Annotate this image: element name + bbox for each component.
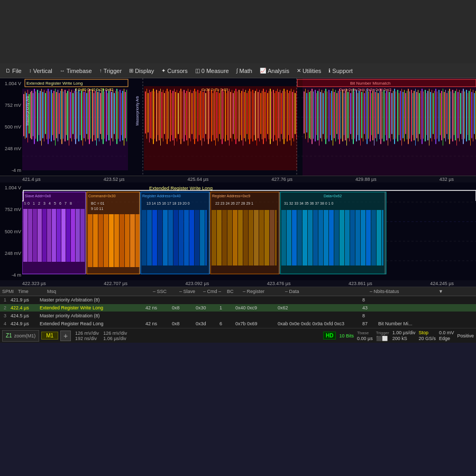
- svg-rect-398: [217, 210, 222, 266]
- svg-rect-38: [67, 91, 68, 140]
- th-bc: BC: [225, 288, 241, 295]
- svg-rect-270: [405, 93, 406, 134]
- row3-data: [276, 313, 360, 319]
- add-channel-button[interactable]: +: [60, 331, 71, 341]
- svg-rect-135: [215, 89, 216, 145]
- svg-rect-60: [97, 92, 98, 139]
- svg-rect-160: [249, 89, 250, 144]
- svg-rect-175: [270, 89, 271, 144]
- svg-rect-267: [401, 89, 402, 145]
- svg-rect-131: [209, 91, 210, 139]
- svg-rect-239: [363, 90, 363, 141]
- svg-rect-381: [142, 210, 147, 266]
- row2-data: 0x62: [276, 305, 360, 311]
- svg-rect-251: [379, 91, 380, 140]
- svg-rect-218: [334, 92, 335, 139]
- edge-group: 0.0 mV Edge: [439, 330, 454, 341]
- trigger-icons: ⬛⬜: [376, 336, 389, 341]
- svg-text:Data=0x62: Data=0x62: [324, 194, 342, 198]
- y-label-b2: 752 mV: [1, 207, 21, 212]
- svg-rect-406: [259, 210, 264, 266]
- svg-rect-413: [281, 210, 286, 266]
- svg-rect-162: [252, 90, 253, 141]
- svg-text:Masserpriority Arb: Masserpriority Arb: [135, 96, 140, 125]
- menu-utilities[interactable]: ✕ Utilities: [294, 67, 324, 75]
- svg-rect-58: [95, 91, 96, 140]
- svg-rect-152: [239, 90, 240, 141]
- menu-display[interactable]: ⊞ Display: [126, 67, 157, 75]
- svg-rect-61: [99, 90, 99, 141]
- svg-rect-92: [156, 90, 157, 141]
- menu-file[interactable]: 🗋 File: [2, 67, 25, 75]
- svg-rect-106: [175, 92, 176, 139]
- waveform-top: 1.004 V 752 mV 500 mV 248 mV -4 m: [0, 78, 476, 176]
- svg-rect-392: [200, 210, 205, 266]
- svg-rect-95: [160, 89, 161, 145]
- svg-rect-168: [260, 93, 261, 134]
- svg-rect-90: [153, 89, 154, 144]
- svg-rect-174: [269, 91, 269, 140]
- row1-time: 421.9 µs: [8, 297, 38, 303]
- svg-rect-424: [340, 210, 344, 266]
- svg-rect-387: [173, 210, 178, 266]
- gs-label: 20 GS/s: [418, 336, 436, 341]
- svg-rect-64: [103, 89, 104, 144]
- svg-rect-408: [270, 210, 274, 266]
- row3-status: [376, 313, 429, 319]
- svg-rect-77: [121, 93, 122, 135]
- menu-vertical[interactable]: ↕ Vertical: [26, 67, 56, 75]
- svg-rect-375: [125, 214, 130, 267]
- svg-rect-268: [402, 92, 404, 139]
- svg-rect-250: [378, 93, 379, 134]
- svg-rect-179: [276, 91, 277, 140]
- menu-analysis[interactable]: 📈 Analysis: [257, 67, 292, 75]
- svg-rect-304: [452, 90, 453, 141]
- row2-msg: Extended Register Write Long: [38, 305, 143, 311]
- menu-trigger[interactable]: ↑ Trigger: [96, 67, 125, 75]
- svg-rect-125: [202, 89, 202, 145]
- menu-cursors[interactable]: ✦ Cursors: [158, 67, 191, 75]
- svg-rect-91: [154, 91, 155, 139]
- th-ssc: – SSC: [151, 288, 177, 295]
- svg-text:2: 2: [38, 202, 40, 205]
- svg-rect-370: [98, 214, 103, 267]
- menu-measure[interactable]: ◫ 0 Measure: [192, 67, 232, 75]
- svg-rect-180: [277, 89, 278, 145]
- svg-rect-221: [338, 91, 338, 140]
- svg-rect-144: [227, 91, 228, 140]
- svg-rect-141: [223, 91, 224, 139]
- svg-rect-253: [382, 91, 382, 139]
- svg-rect-292: [435, 89, 436, 144]
- svg-rect-368: [88, 214, 93, 267]
- svg-rect-45: [77, 91, 77, 139]
- x-label-b4: 423.476 µs: [267, 281, 291, 286]
- svg-rect-228: [347, 92, 349, 139]
- svg-rect-132: [211, 90, 212, 141]
- row3-ssc: [143, 313, 170, 319]
- svg-rect-311: [462, 91, 462, 140]
- menu-timebase[interactable]: ↔ Timebase: [57, 67, 95, 75]
- stop-label: Stop: [418, 330, 436, 335]
- svg-rect-104: [172, 91, 173, 140]
- svg-rect-143: [226, 93, 227, 135]
- svg-rect-186: [285, 91, 286, 139]
- channel-m1[interactable]: M1: [41, 332, 58, 340]
- svg-rect-14: [34, 89, 35, 144]
- svg-rect-184: [282, 91, 283, 140]
- svg-rect-257: [388, 89, 388, 145]
- svg-rect-56: [92, 90, 93, 141]
- svg-rect-159: [248, 91, 249, 140]
- svg-rect-13: [33, 93, 33, 136]
- menu-support[interactable]: ℹ Support: [325, 67, 356, 75]
- svg-rect-240: [364, 93, 365, 134]
- svg-rect-279: [418, 90, 418, 141]
- svg-rect-24: [48, 89, 49, 144]
- svg-rect-140: [222, 89, 223, 144]
- svg-rect-48: [81, 91, 82, 140]
- svg-rect-229: [349, 90, 350, 141]
- svg-rect-153: [240, 93, 241, 135]
- svg-rect-351: [23, 209, 28, 262]
- svg-rect-254: [383, 90, 385, 141]
- svg-rect-371: [104, 214, 108, 267]
- menu-math[interactable]: ∫ Math: [233, 67, 255, 75]
